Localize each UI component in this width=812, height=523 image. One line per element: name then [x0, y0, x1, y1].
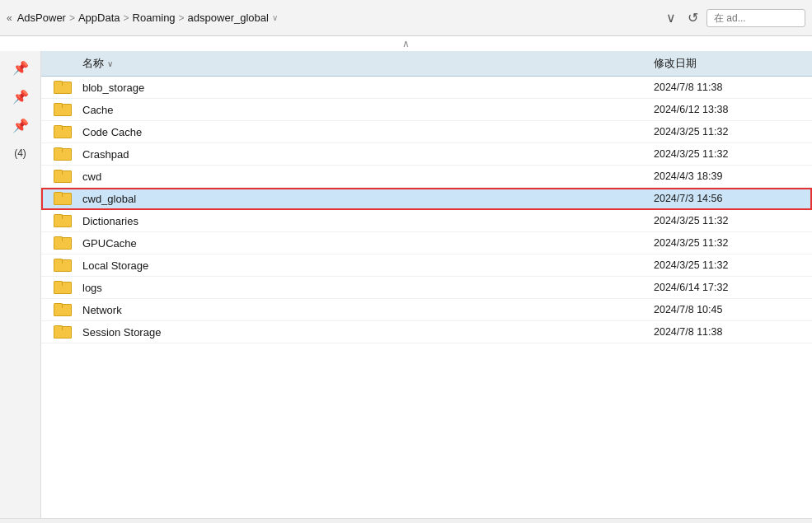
- folder-icon: [54, 125, 70, 138]
- folder-icon: [54, 325, 70, 339]
- folder-icon-cell: [41, 325, 82, 339]
- pin-icon-2[interactable]: 📌: [10, 86, 31, 107]
- file-name: Crashpad: [82, 148, 647, 161]
- folder-icon: [54, 236, 70, 250]
- folder-icon-cell: [41, 125, 82, 138]
- table-row[interactable]: Crashpad2024/3/25 11:32: [41, 143, 812, 166]
- folder-icon: [54, 81, 70, 94]
- col-sort-icon: ∨: [107, 59, 113, 68]
- folder-icon-cell: [41, 259, 82, 272]
- table-row[interactable]: Dictionaries2024/3/25 11:32: [41, 210, 812, 232]
- table-row[interactable]: Network2024/7/8 10:45: [41, 299, 812, 321]
- folder-icon-cell: [41, 214, 82, 227]
- file-name: Dictionaries: [82, 215, 647, 227]
- col-date-header[interactable]: 修改日期: [647, 56, 812, 71]
- sidebar: 📌 📌 📌 (4): [0, 51, 41, 518]
- file-rows: blob_storage2024/7/8 11:38Cache2024/6/12…: [41, 77, 812, 343]
- breadcrumb-chevron-icon[interactable]: ∨: [272, 13, 278, 22]
- chevron-down-button[interactable]: ∨: [663, 8, 679, 27]
- file-list-container[interactable]: 名称 ∨ 修改日期 blob_storage2024/7/8 11:38Cach…: [41, 51, 812, 518]
- col-date-label: 修改日期: [654, 57, 697, 69]
- file-name: blob_storage: [82, 82, 647, 94]
- column-headers: 名称 ∨ 修改日期: [41, 51, 812, 77]
- file-name: cwd_global: [82, 193, 647, 205]
- file-date: 2024/3/25 11:32: [647, 126, 812, 138]
- file-name: logs: [82, 282, 647, 294]
- breadcrumb-item-appdata[interactable]: AppData: [78, 12, 120, 24]
- address-bar-right: ∨ ↺: [663, 8, 805, 27]
- folder-icon-cell: [41, 103, 82, 116]
- folder-icon: [54, 214, 70, 227]
- folder-icon-cell: [41, 236, 82, 250]
- folder-icon-cell: [41, 192, 82, 205]
- file-date: 2024/6/14 17:32: [647, 282, 812, 293]
- table-row[interactable]: Code Cache2024/3/25 11:32: [41, 121, 812, 143]
- back-arrow: «: [7, 12, 12, 24]
- folder-icon: [54, 192, 70, 205]
- nav-back[interactable]: «: [7, 12, 12, 24]
- breadcrumb-sep-3: >: [179, 12, 185, 24]
- breadcrumb-sep-2: >: [124, 12, 129, 24]
- folder-icon: [54, 103, 70, 116]
- file-name: GPUCache: [82, 237, 647, 250]
- breadcrumb-item-roaming[interactable]: Roaming: [133, 12, 176, 24]
- file-date: 2024/4/3 18:39: [647, 170, 812, 182]
- file-name: Network: [82, 304, 647, 316]
- folder-icon: [54, 259, 70, 272]
- file-date: 2024/6/12 13:38: [647, 104, 812, 115]
- pin-icon-1[interactable]: 📌: [10, 58, 31, 78]
- table-row[interactable]: Local Storage2024/3/25 11:32: [41, 254, 812, 277]
- file-date: 2024/7/8 11:38: [647, 326, 812, 338]
- file-date: 2024/7/3 14:56: [647, 193, 812, 204]
- table-row[interactable]: cwd_global2024/7/3 14:56: [41, 188, 812, 210]
- file-name: Cache: [82, 104, 647, 116]
- folder-icon-cell: [41, 147, 82, 161]
- folder-icon: [54, 303, 70, 316]
- search-input[interactable]: [706, 9, 805, 27]
- file-name: Session Storage: [82, 326, 647, 339]
- file-date: 2024/3/25 11:32: [647, 237, 812, 249]
- folder-icon: [54, 281, 70, 294]
- address-bar: « AdsPower > AppData > Roaming > adspowe…: [0, 0, 812, 36]
- col-name-header[interactable]: 名称 ∨: [41, 56, 647, 71]
- sidebar-number-label: (4): [12, 144, 28, 162]
- file-name: cwd: [82, 170, 647, 183]
- breadcrumb-sep-1: >: [69, 12, 75, 24]
- bottom-panel: [0, 518, 812, 523]
- main-area: 📌 📌 📌 (4) 名称 ∨ 修改日期 blob_storage2024/7/8…: [0, 51, 812, 518]
- table-row[interactable]: cwd2024/4/3 18:39: [41, 166, 812, 188]
- up-arrow-icon: ∧: [402, 38, 410, 49]
- table-row[interactable]: Cache2024/6/12 13:38: [41, 99, 812, 121]
- table-row[interactable]: blob_storage2024/7/8 11:38: [41, 77, 812, 99]
- file-name: Code Cache: [82, 126, 647, 138]
- file-date: 2024/3/25 11:32: [647, 148, 812, 160]
- folder-icon-cell: [41, 170, 82, 183]
- refresh-button[interactable]: ↺: [684, 8, 702, 27]
- file-date: 2024/3/25 11:32: [647, 215, 812, 226]
- folder-icon: [54, 147, 70, 161]
- breadcrumb-item-adspower[interactable]: AdsPower: [17, 12, 66, 24]
- folder-icon-cell: [41, 303, 82, 316]
- file-date: 2024/7/8 10:45: [647, 304, 812, 315]
- table-row[interactable]: logs2024/6/14 17:32: [41, 277, 812, 299]
- table-row[interactable]: GPUCache2024/3/25 11:32: [41, 232, 812, 254]
- pin-icon-3[interactable]: 📌: [10, 115, 31, 136]
- table-row[interactable]: Session Storage2024/7/8 11:38: [41, 321, 812, 343]
- file-date: 2024/7/8 11:38: [647, 82, 812, 93]
- col-name-label: 名称: [82, 56, 104, 71]
- breadcrumb: AdsPower > AppData > Roaming > adspower_…: [17, 12, 658, 24]
- breadcrumb-item-adspower-global[interactable]: adspower_global: [188, 12, 269, 24]
- folder-icon: [54, 170, 70, 183]
- file-date: 2024/3/25 11:32: [647, 259, 812, 271]
- folder-icon-cell: [41, 81, 82, 94]
- up-arrow-indicator: ∧: [0, 36, 812, 51]
- folder-icon-cell: [41, 281, 82, 294]
- file-name: Local Storage: [82, 259, 647, 272]
